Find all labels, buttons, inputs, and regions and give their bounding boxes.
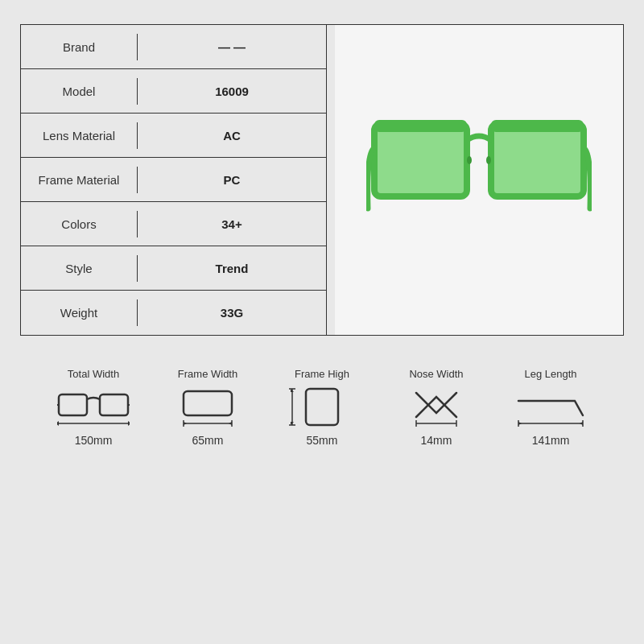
svg-marker-14 [128, 421, 130, 426]
main-container: Brand— —Model16009Lens MaterialACFrame M… [20, 24, 624, 447]
measurement-label: Nose Width [409, 368, 463, 380]
spec-row: StyleTrend [21, 246, 326, 291]
svg-rect-4 [374, 120, 467, 132]
spec-row: Brand— — [21, 25, 326, 69]
svg-rect-9 [100, 394, 128, 415]
measurement-item: Frame High 55mm [286, 368, 358, 447]
frame-width-icon [171, 385, 244, 429]
sunglasses-image [366, 100, 592, 261]
svg-rect-21 [306, 389, 338, 425]
bottom-section: Total Width 150mmFrame Width 65mmFrame H… [20, 368, 624, 447]
svg-marker-19 [184, 422, 187, 425]
image-area [335, 25, 623, 335]
measurement-item: Frame Width 65mm [171, 368, 244, 447]
total-width-icon [57, 385, 130, 429]
measurement-item: Nose Width 14mm [400, 368, 473, 447]
spec-row: Lens MaterialAC [21, 114, 326, 158]
svg-marker-13 [57, 421, 59, 426]
spec-value: 16009 [138, 78, 326, 105]
svg-rect-0 [374, 124, 467, 196]
spec-value: 34+ [138, 211, 326, 237]
svg-point-7 [486, 156, 491, 164]
measurement-item: Leg Length 141mm [514, 368, 587, 447]
spec-label: Colors [21, 211, 138, 237]
spec-row: Frame MaterialPC [21, 158, 326, 202]
svg-point-6 [467, 156, 472, 164]
leg-length-icon [514, 385, 587, 429]
measurement-label: Leg Length [524, 368, 576, 380]
spec-row: Model16009 [21, 69, 326, 114]
measurement-value: 55mm [307, 434, 338, 447]
top-section: Brand— —Model16009Lens MaterialACFrame M… [20, 24, 624, 336]
spec-value: 33G [138, 299, 326, 326]
measurement-label: Frame Width [178, 368, 237, 380]
specs-table: Brand— —Model16009Lens MaterialACFrame M… [21, 25, 327, 335]
measurement-label: Frame High [295, 368, 349, 380]
svg-rect-8 [59, 394, 87, 415]
spec-value: — — [138, 34, 326, 60]
measurement-value: 65mm [192, 434, 224, 447]
measurement-value: 141mm [532, 434, 570, 447]
spec-row: Colors34+ [21, 202, 326, 246]
measurement-value: 14mm [421, 434, 452, 447]
spec-label: Model [21, 78, 138, 105]
svg-marker-20 [229, 422, 232, 425]
spec-value: PC [138, 167, 326, 193]
spec-value: AC [138, 122, 326, 149]
frame-high-icon [286, 385, 358, 429]
svg-marker-34 [580, 422, 583, 425]
spec-value: Trend [138, 255, 326, 282]
spec-row: Weight33G [21, 291, 326, 335]
spec-label: Lens Material [21, 122, 138, 149]
svg-rect-5 [491, 120, 584, 132]
nose-width-icon [400, 385, 473, 429]
svg-marker-33 [518, 422, 522, 425]
measurement-item: Total Width 150mm [57, 368, 130, 447]
spec-label: Style [21, 255, 138, 282]
measurement-value: 150mm [75, 434, 113, 447]
svg-rect-15 [184, 391, 232, 415]
spec-label: Weight [21, 299, 138, 326]
spec-label: Frame Material [21, 167, 138, 193]
spec-label: Brand [21, 34, 138, 60]
measurement-label: Total Width [68, 368, 119, 380]
svg-rect-2 [491, 124, 584, 196]
